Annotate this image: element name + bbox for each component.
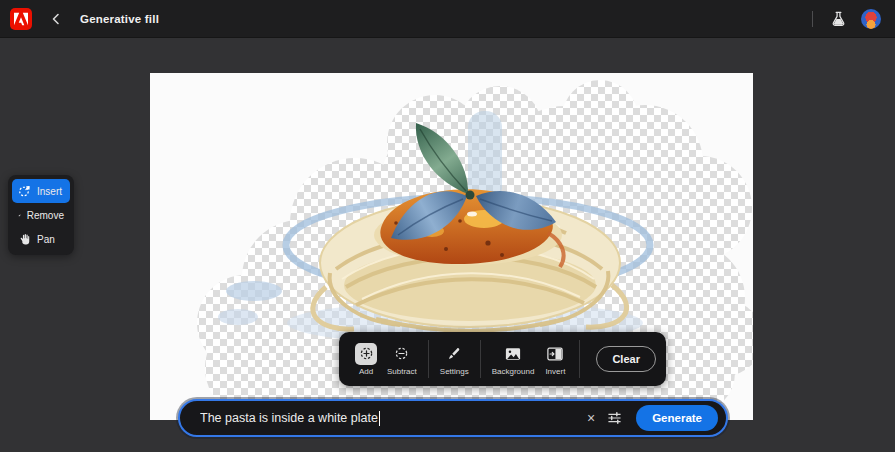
- brush-settings[interactable]: Settings: [440, 343, 469, 376]
- toolbar-divider: [480, 340, 481, 378]
- adobe-logo[interactable]: [10, 8, 32, 30]
- tool-insert-label: Insert: [37, 186, 62, 197]
- tool-insert[interactable]: Insert: [12, 179, 70, 203]
- top-bar: Generative fill: [0, 0, 895, 38]
- tool-remove[interactable]: Remove: [12, 203, 70, 227]
- selection-subtract[interactable]: Subtract: [387, 343, 417, 376]
- header-divider: [812, 11, 813, 27]
- back-chevron-icon: [50, 13, 62, 25]
- generate-button[interactable]: Generate: [636, 405, 718, 431]
- select-background[interactable]: Background: [492, 343, 535, 376]
- prompt-settings-button[interactable]: [601, 407, 628, 429]
- brush-settings-icon: [447, 346, 462, 361]
- flask-icon: [831, 11, 846, 27]
- prompt-bar: The pasta is inside a white plate × Gene…: [178, 399, 728, 437]
- background-icon: [505, 347, 521, 361]
- selection-subtract-label: Subtract: [387, 367, 417, 376]
- pan-hand-icon: [18, 233, 31, 246]
- tool-pan[interactable]: Pan: [12, 227, 70, 251]
- back-button[interactable]: [44, 7, 68, 31]
- toolbar-divider: [428, 340, 429, 378]
- clear-selection-button[interactable]: Clear: [596, 346, 656, 372]
- invert-selection-icon: [547, 347, 563, 361]
- tool-remove-label: Remove: [27, 210, 64, 221]
- invert-selection-label: Invert: [545, 367, 565, 376]
- experiments-button[interactable]: [825, 6, 851, 32]
- insert-icon: [18, 185, 31, 198]
- page-title: Generative fill: [80, 13, 159, 25]
- prompt-input[interactable]: The pasta is inside a white plate: [200, 411, 581, 426]
- adobe-logo-icon: [14, 12, 28, 26]
- selection-add-label: Add: [359, 367, 373, 376]
- text-caret: [379, 411, 380, 426]
- select-background-label: Background: [492, 367, 535, 376]
- user-avatar[interactable]: [861, 9, 881, 29]
- selection-add[interactable]: Add: [353, 343, 379, 376]
- mode-tool-panel: Insert Remove Pan: [8, 175, 74, 255]
- tool-pan-label: Pan: [37, 234, 55, 245]
- clear-prompt-button[interactable]: ×: [581, 407, 601, 429]
- brush-settings-label: Settings: [440, 367, 469, 376]
- invert-selection[interactable]: Invert: [542, 343, 568, 376]
- sliders-icon: [607, 411, 622, 425]
- add-selection-icon: [359, 346, 374, 361]
- subtract-selection-icon: [394, 346, 409, 361]
- remove-icon: [18, 209, 21, 222]
- selection-toolbar: Add Subtract Settings Bac: [339, 332, 666, 386]
- prompt-text: The pasta is inside a white plate: [200, 411, 378, 425]
- toolbar-divider: [579, 340, 580, 378]
